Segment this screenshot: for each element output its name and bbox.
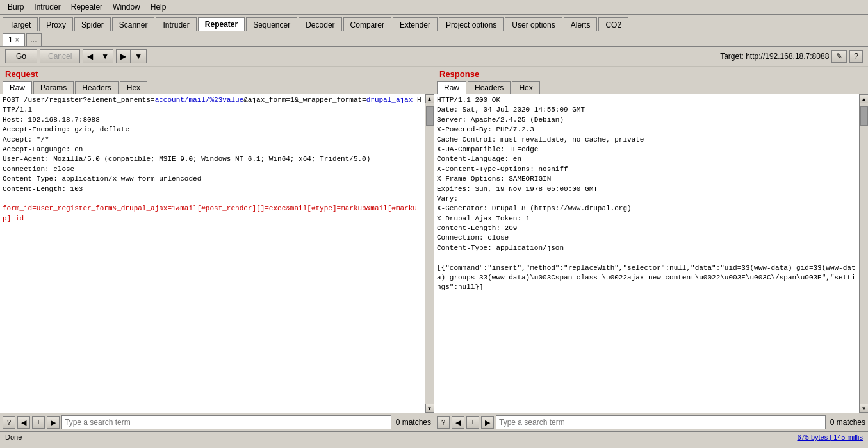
back-dropdown-button[interactable]: ▼ <box>97 49 113 63</box>
response-header: Response <box>434 67 868 81</box>
response-panel: Response Raw Headers Hex HTTP/1.1 200 OK… <box>434 67 868 431</box>
response-matches: 0 matches <box>828 418 865 427</box>
request-content-wrapper: POST /user/register?element_parents=acco… <box>0 94 434 413</box>
request-sub-tabs: Raw Params Headers Hex <box>0 81 434 94</box>
tab-intruder[interactable]: Intruder <box>156 17 196 31</box>
repeater-tab-add[interactable]: ... <box>26 33 42 46</box>
request-scroll-track <box>425 103 434 404</box>
go-button[interactable]: Go <box>5 49 37 63</box>
tab-target[interactable]: Target <box>3 17 38 31</box>
request-tab-hex[interactable]: Hex <box>120 81 147 94</box>
request-search-next[interactable]: ▶ <box>47 416 60 429</box>
back-button[interactable]: ◀ <box>83 49 97 63</box>
toolbar: Go Cancel ◀ ▼ ▶ ▼ Target: http://192.168… <box>0 47 868 67</box>
repeater-tab-1-label: 1 <box>8 35 13 44</box>
forward-button[interactable]: ▶ <box>116 49 130 63</box>
request-scroll-up[interactable]: ▲ <box>425 94 434 103</box>
tab-spider[interactable]: Spider <box>74 17 111 31</box>
request-search-input[interactable] <box>61 415 391 429</box>
response-scroll-down[interactable]: ▼ <box>860 404 869 413</box>
forward-nav-group: ▶ ▼ <box>116 49 147 63</box>
request-matches: 0 matches <box>393 418 431 427</box>
response-scroll-up[interactable]: ▲ <box>860 94 869 103</box>
back-nav-group: ◀ ▼ <box>83 49 113 63</box>
menu-burp[interactable]: Burp <box>3 1 29 13</box>
tab-extender[interactable]: Extender <box>393 17 438 31</box>
main-area: Request Raw Params Headers Hex POST /use… <box>0 67 868 431</box>
response-sub-tabs: Raw Headers Hex <box>434 81 868 94</box>
response-tab-headers[interactable]: Headers <box>468 81 511 94</box>
request-tab-params[interactable]: Params <box>33 81 74 94</box>
tab-sequencer[interactable]: Sequencer <box>246 17 297 31</box>
tab-repeater[interactable]: Repeater <box>198 17 245 31</box>
status-done: Done <box>5 433 22 441</box>
request-search-add[interactable]: + <box>32 416 45 429</box>
menu-bar: Burp Intruder Repeater Window Help <box>0 0 868 15</box>
status-right-info[interactable]: 675 bytes | 145 millis <box>797 433 863 441</box>
request-tab-headers[interactable]: Headers <box>75 81 118 94</box>
repeater-tab-1[interactable]: 1 × <box>3 33 25 46</box>
menu-help[interactable]: Help <box>145 1 172 13</box>
repeater-tab-1-close[interactable]: × <box>15 37 19 44</box>
request-header: Request <box>0 67 434 81</box>
menu-window[interactable]: Window <box>108 1 145 13</box>
request-scroll-down[interactable]: ▼ <box>425 404 434 413</box>
request-search-bar: ? ◀ + ▶ 0 matches <box>0 413 434 431</box>
response-scroll-track <box>860 103 869 404</box>
tab-decoder[interactable]: Decoder <box>299 17 341 31</box>
response-search-add[interactable]: + <box>466 416 479 429</box>
menu-intruder[interactable]: Intruder <box>29 1 65 13</box>
cancel-button[interactable]: Cancel <box>40 49 80 63</box>
response-scrollbar[interactable]: ▲ ▼ <box>859 94 868 413</box>
response-content-wrapper: HTTP/1.1 200 OK Date: Sat, 04 Jul 2020 1… <box>434 94 868 413</box>
request-scroll-thumb <box>426 106 434 126</box>
request-scrollbar[interactable]: ▲ ▼ <box>425 94 434 413</box>
response-content[interactable]: HTTP/1.1 200 OK Date: Sat, 04 Jul 2020 1… <box>434 94 859 413</box>
tab-user-options[interactable]: User options <box>505 17 562 31</box>
response-search-help[interactable]: ? <box>437 416 450 429</box>
target-label: Target: http://192.168.18.7:8088 <box>720 52 829 61</box>
tab-project-options[interactable]: Project options <box>439 17 504 31</box>
request-content[interactable]: POST /user/register?element_parents=acco… <box>0 94 425 413</box>
request-panel: Request Raw Params Headers Hex POST /use… <box>0 67 434 431</box>
response-scroll-thumb <box>860 106 868 126</box>
tab-scanner[interactable]: Scanner <box>112 17 155 31</box>
response-search-bar: ? ◀ + ▶ 0 matches <box>434 413 868 431</box>
response-tab-hex[interactable]: Hex <box>512 81 539 94</box>
response-search-next[interactable]: ▶ <box>481 416 494 429</box>
response-search-input[interactable] <box>496 415 826 429</box>
response-tab-raw[interactable]: Raw <box>437 81 466 94</box>
tab-alerts[interactable]: Alerts <box>564 17 598 31</box>
request-search-prev[interactable]: ◀ <box>17 416 30 429</box>
repeater-tab-bar: 1 × ... <box>0 31 868 47</box>
request-tab-raw[interactable]: Raw <box>3 81 32 94</box>
target-edit-button[interactable]: ✎ <box>831 50 847 63</box>
target-help-button[interactable]: ? <box>849 50 863 63</box>
tab-co2[interactable]: CO2 <box>598 17 628 31</box>
forward-dropdown-button[interactable]: ▼ <box>130 49 147 63</box>
tab-comparer[interactable]: Comparer <box>343 17 391 31</box>
menu-repeater[interactable]: Repeater <box>66 1 108 13</box>
status-bar: Done 675 bytes | 145 millis <box>0 431 868 442</box>
request-search-help[interactable]: ? <box>3 416 15 429</box>
response-search-prev[interactable]: ◀ <box>452 416 464 429</box>
tab-proxy[interactable]: Proxy <box>39 17 73 31</box>
main-tab-bar: Target Proxy Spider Scanner Intruder Rep… <box>0 15 868 31</box>
